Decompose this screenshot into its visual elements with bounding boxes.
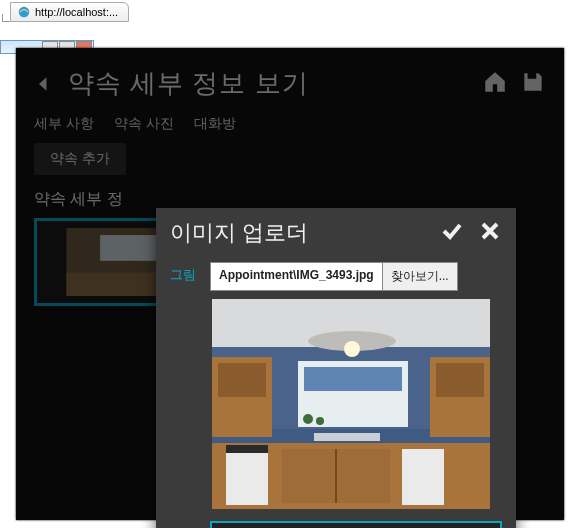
modal-title: 이미지 업로더 bbox=[170, 218, 308, 248]
subtab-bar: 세부 사항 약속 사진 대화방 bbox=[16, 107, 564, 143]
save-icon[interactable] bbox=[520, 69, 546, 99]
tab-details[interactable]: 세부 사항 bbox=[34, 115, 94, 133]
tab-photos[interactable]: 약속 사진 bbox=[114, 115, 174, 133]
ie-icon bbox=[17, 5, 31, 19]
page-title: 약속 세부 정보 보기 bbox=[68, 66, 309, 101]
browser-url: http://localhost:... bbox=[35, 6, 118, 18]
svg-rect-15 bbox=[218, 363, 266, 397]
app-window: 약속 세부 정보 보기 세부 사항 약속 사진 대화방 약속 추가 약속 세부 … bbox=[16, 48, 564, 520]
svg-rect-10 bbox=[304, 367, 402, 391]
svg-point-8 bbox=[344, 341, 360, 357]
image-label: 그림 bbox=[170, 262, 200, 284]
filepath-display: Appointment\IMG_3493.jpg bbox=[210, 262, 383, 291]
home-icon[interactable] bbox=[482, 69, 508, 99]
image-preview bbox=[212, 299, 490, 509]
caption-field-wrap[interactable] bbox=[210, 521, 502, 528]
section-heading: 약속 세부 정 bbox=[34, 189, 546, 210]
browser-tab[interactable]: http://localhost:... bbox=[10, 2, 129, 22]
tab-chat[interactable]: 대화방 bbox=[194, 115, 236, 133]
browse-button[interactable]: 찾아보기... bbox=[383, 262, 458, 291]
svg-rect-19 bbox=[226, 445, 268, 453]
back-button[interactable] bbox=[34, 70, 54, 98]
image-uploader-modal: 이미지 업로더 그림 Appointment\IMG_3493.jpg 찾아보기… bbox=[156, 208, 516, 528]
svg-point-23 bbox=[303, 414, 313, 424]
add-appointment-button[interactable]: 약속 추가 bbox=[34, 143, 126, 175]
svg-point-24 bbox=[316, 417, 324, 425]
svg-rect-17 bbox=[402, 449, 444, 505]
svg-rect-20 bbox=[314, 433, 380, 441]
svg-rect-16 bbox=[436, 363, 484, 397]
close-icon[interactable] bbox=[478, 219, 502, 247]
confirm-icon[interactable] bbox=[440, 219, 464, 247]
svg-rect-18 bbox=[226, 449, 268, 505]
